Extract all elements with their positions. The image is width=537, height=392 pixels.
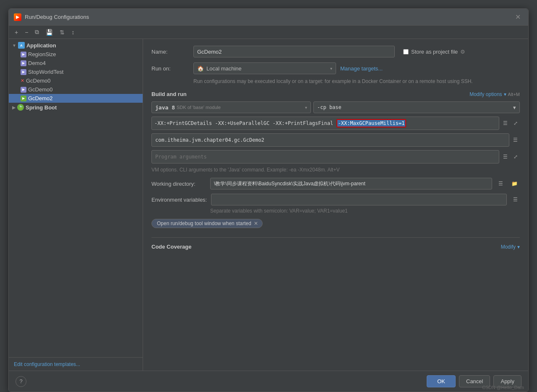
env-vars-input[interactable] xyxy=(211,194,507,205)
expand-arrow-springboot: ▶ xyxy=(12,105,16,110)
run-on-value: Local machine xyxy=(206,65,242,72)
sdk-suffix: SDK of 'base' module xyxy=(177,105,221,110)
main-panel: Name: Store as project file ⚙ Run on: 🏠 … xyxy=(143,39,528,371)
env-vars-label: Environment variables: xyxy=(151,197,207,203)
sidebar-item-label-regionsize: RegionSize xyxy=(28,51,56,57)
name-label: Name: xyxy=(151,49,189,55)
env-vars-edit-button[interactable]: ☰ xyxy=(511,195,520,204)
save-config-button[interactable]: 💾 xyxy=(43,28,55,37)
footer: ? OK Cancel Apply xyxy=(9,371,528,392)
modify-options-label: Modify options xyxy=(469,91,502,97)
main-class-edit-button[interactable]: ☰ xyxy=(511,136,520,144)
sidebar-item-demo4[interactable]: ▶ Demo4 xyxy=(9,59,143,67)
title-bar: ▶ Run/Debug Configurations ✕ xyxy=(9,9,528,26)
store-checkbox-label: Store as project file xyxy=(411,49,458,55)
sidebar-item-label-gcdemo2: GcDemo2 xyxy=(28,95,53,101)
vm-args-container[interactable]: -XX:+PrintGCDetails -XX:+UseParallelGC -… xyxy=(151,117,499,130)
close-button[interactable]: ✕ xyxy=(513,12,523,22)
tag-label: Open run/debug tool window when started xyxy=(157,221,251,226)
sdk-arrow-icon: ▾ xyxy=(305,105,307,110)
ok-button[interactable]: OK xyxy=(427,375,456,387)
springboot-group-label: Spring Boot xyxy=(26,104,57,111)
store-settings-icon: ⚙ xyxy=(460,49,465,55)
modify-options-button[interactable]: Modify options ▾ Alt+M xyxy=(469,91,520,97)
sidebar-item-label-gcdemo0-error: GcDemo0 xyxy=(26,78,51,84)
springboot-icon: 🍃 xyxy=(17,104,24,111)
application-group-label: Application xyxy=(26,42,56,49)
modify-label: Modify xyxy=(501,244,516,250)
cp-value: -cp base xyxy=(317,104,341,110)
title-bar-left: ▶ Run/Debug Configurations xyxy=(14,13,89,21)
code-coverage-row: Code Coverage Modify ▾ xyxy=(151,244,520,250)
working-dir-row: Working directory: \教学\同步课程资料\BaiduSyncd… xyxy=(151,178,520,190)
env-vars-row: Environment variables: ☰ xyxy=(151,194,520,205)
sidebar-group-springboot[interactable]: ▶ 🍃 Spring Boot xyxy=(9,103,143,112)
sidebar-item-stopworldtest[interactable]: ▶ StopWorldTest xyxy=(9,67,143,76)
name-row: Name: Store as project file ⚙ xyxy=(151,46,520,57)
sidebar-item-regionsize[interactable]: ▶ RegionSize xyxy=(9,50,143,59)
chevron-down-icon: ▾ xyxy=(504,91,506,97)
working-dir-label: Working directory: xyxy=(151,181,206,187)
code-coverage-title: Code Coverage xyxy=(151,244,191,250)
sidebar-item-label-stopworldtest: StopWorldTest xyxy=(28,69,63,75)
working-dir-display: \教学\同步课程资料\BaiduSyncdisk\实战Java虚拟机\代码\jv… xyxy=(210,178,492,190)
sidebar-item-gcdemo0[interactable]: ▶ GcDemo0 xyxy=(9,85,143,94)
vm-args-row: -XX:+PrintGCDetails -XX:+UseParallelGC -… xyxy=(151,117,520,130)
modify-arrow-icon: ▾ xyxy=(517,244,520,250)
config-icon-regionsize: ▶ xyxy=(21,52,26,57)
cp-select[interactable]: -cp base ▾ xyxy=(313,101,520,113)
remove-config-button[interactable]: − xyxy=(22,28,31,37)
config-icon-gcdemo2: ▶ xyxy=(21,96,26,101)
main-class-input[interactable] xyxy=(151,133,509,147)
run-on-arrow-icon: ▾ xyxy=(330,66,332,71)
expand-arrow-application: ▼ xyxy=(12,43,16,48)
run-on-select[interactable]: 🏠 Local machine ▾ xyxy=(193,62,336,74)
vm-args-expand-button[interactable]: ⤢ xyxy=(511,119,520,127)
watermark: CSDN @Hello_Dam xyxy=(482,385,524,390)
local-machine-icon: 🏠 xyxy=(197,65,204,72)
move-config-button[interactable]: ⇅ xyxy=(57,28,67,37)
program-args-edit-button[interactable]: ☰ xyxy=(501,153,510,161)
vm-args-edit-button[interactable]: ☰ xyxy=(501,119,510,127)
open-run-debug-tag: Open run/debug tool window when started … xyxy=(151,219,263,228)
error-icon-gcdemo0: ✕ xyxy=(21,78,24,83)
run-on-row: Run on: 🏠 Local machine ▾ Manage targets… xyxy=(151,62,520,74)
sidebar: ▼ A Application ▶ RegionSize ▶ Demo4 ▶ xyxy=(9,39,143,371)
sidebar-item-label-demo4: Demo4 xyxy=(28,60,46,66)
sort-config-button[interactable]: ↕ xyxy=(69,28,77,37)
sidebar-tree: ▼ A Application ▶ RegionSize ▶ Demo4 ▶ xyxy=(9,39,143,357)
sidebar-footer: Edit configuration templates... xyxy=(9,357,143,371)
main-class-row: ☰ xyxy=(151,133,520,147)
sdk-value: java 8 xyxy=(155,104,175,111)
name-input[interactable] xyxy=(193,46,395,57)
program-args-row: ☰ ⤢ xyxy=(151,150,520,164)
copy-config-button[interactable]: ⧉ xyxy=(32,27,42,37)
config-icon-stopworldtest: ▶ xyxy=(21,69,26,75)
store-checkbox-row: Store as project file ⚙ xyxy=(403,49,465,55)
vm-options-hint: VM options. CLI arguments to the 'Java' … xyxy=(151,167,520,173)
tag-close-button[interactable]: ✕ xyxy=(254,221,258,226)
add-config-button[interactable]: + xyxy=(12,28,21,37)
dialog-title: Run/Debug Configurations xyxy=(25,14,89,20)
config-icon-demo4: ▶ xyxy=(21,60,26,66)
working-dir-edit-button[interactable]: ☰ xyxy=(496,179,505,188)
modify-coverage-button[interactable]: Modify ▾ xyxy=(501,244,520,250)
program-args-expand-button[interactable]: ⤢ xyxy=(511,153,520,161)
help-button[interactable]: ? xyxy=(16,376,26,387)
sidebar-item-gcdemo0-error[interactable]: ✕ GcDemo0 xyxy=(9,76,143,85)
run-on-label: Run on: xyxy=(151,65,189,72)
program-args-input[interactable] xyxy=(151,150,499,164)
sidebar-group-application[interactable]: ▼ A Application xyxy=(9,41,143,50)
app-icon: ▶ xyxy=(14,13,21,21)
env-separator-hint: Separate variables with semicolon: VAR=v… xyxy=(210,208,520,214)
edit-templates-link[interactable]: Edit configuration templates... xyxy=(14,361,80,367)
toolbar: + − ⧉ 💾 ⇅ ↕ xyxy=(9,26,528,39)
build-run-header: Build and run Modify options ▾ Alt+M xyxy=(151,91,520,97)
divider xyxy=(151,237,520,238)
sdk-select[interactable]: java 8 SDK of 'base' module ▾ xyxy=(151,101,311,113)
sidebar-item-gcdemo2[interactable]: ▶ GcDemo2 xyxy=(9,94,143,103)
manage-targets-link[interactable]: Manage targets... xyxy=(340,65,383,72)
store-checkbox[interactable] xyxy=(403,49,409,55)
working-dir-browse-button[interactable]: 📁 xyxy=(509,179,520,188)
sidebar-item-label-gcdemo0: GcDemo0 xyxy=(28,86,53,93)
